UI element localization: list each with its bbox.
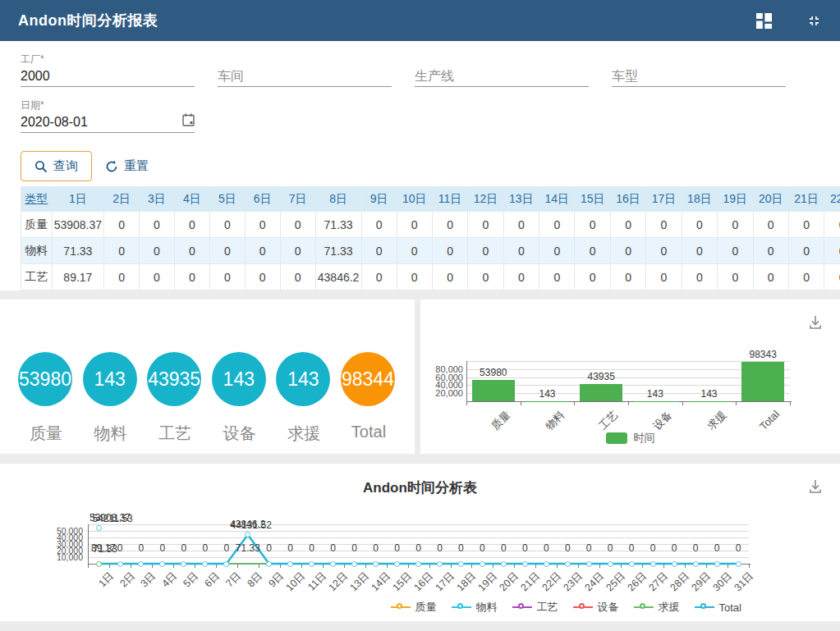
column-header[interactable]: 17日 [646,187,682,212]
legend-item-Total[interactable]: Total [695,600,741,615]
bar-legend-item[interactable]: 时间 [606,431,655,446]
production-line-field[interactable]: 生产线 [415,53,589,87]
bar-value-label: 53980 [480,367,507,378]
vehicle-model-input[interactable]: 车型 [612,66,786,87]
value-cell: 0 [209,238,245,264]
bar-x-axis [466,401,792,402]
line-day-label: 31日 [731,569,756,595]
legend-marker [695,603,714,611]
summary-circle-value: 143 [83,352,137,406]
line-zero-label: 0 [458,542,464,554]
legend-item-质量[interactable]: 质量 [391,600,437,615]
line-x-tick [535,565,536,568]
column-header[interactable]: 1日 [52,187,103,212]
line-marker [650,561,656,567]
column-header[interactable]: 20日 [753,187,788,212]
table-header-row: 类型1日2日3日4日5日6日7日8日9日10日11日12日13日14日15日16… [21,187,840,212]
column-header[interactable]: 13日 [503,187,539,212]
column-header[interactable]: 5日 [209,187,245,212]
summary-circle-label: 求援 [276,423,332,445]
download-icon[interactable] [807,478,824,498]
value-cell: 0 [575,238,610,264]
line-zero-label: 0 [287,542,293,554]
collapse-fullscreen-icon[interactable] [806,13,822,29]
line-x-tick [173,565,174,568]
date-field[interactable]: 日期* 2020-08-01 [21,98,195,133]
line-gridline [88,531,749,532]
column-header[interactable]: 19日 [718,187,753,212]
line-x-tick [323,565,324,568]
legend-item-物料[interactable]: 物料 [452,600,498,615]
line-x-tick [387,565,388,568]
column-header[interactable]: 9日 [361,187,397,212]
factory-field[interactable]: 工厂* 2000 [21,53,195,87]
reset-button[interactable]: 重置 [92,152,162,181]
calendar-icon[interactable] [182,112,195,132]
summary-circle-item: 53980质量 [18,352,74,445]
bar-category-label: Total [757,408,782,432]
vehicle-model-field[interactable]: 车型 [612,53,786,87]
legend-item-求援[interactable]: 求援 [634,600,680,615]
column-header[interactable]: 12日 [468,187,503,212]
column-header[interactable]: 11日 [432,187,467,212]
column-header[interactable]: 类型 [21,187,53,212]
column-header[interactable]: 7日 [280,187,315,212]
value-cell: 0 [280,264,315,290]
column-header[interactable]: 6日 [245,187,280,212]
line-day1-axis-label: 71.33 [93,543,117,555]
daily-report-table-wrap: 类型1日2日3日4日5日6日7日8日9日10日11日12日13日14日15日16… [21,186,840,290]
column-header[interactable]: 15日 [575,187,610,212]
bar [688,401,731,402]
legend-marker [512,603,532,611]
value-cell: 71.33 [52,238,103,264]
legend-item-工艺[interactable]: 工艺 [512,600,558,615]
value-cell: 0 [140,264,175,290]
legend-item-设备[interactable]: 设备 [573,600,619,615]
production-line-input[interactable]: 生产线 [415,66,589,87]
download-icon[interactable] [807,314,824,334]
summary-circle-value: 143 [276,352,330,406]
line-ytick-label: 50,000 [44,527,83,535]
summary-circle-item: 43935工艺 [147,352,203,445]
line-zero-label: 0 [181,542,187,554]
factory-input[interactable]: 2000 [21,66,195,87]
summary-circles: 53980质量143物料43935工艺143设备143求援98344Total [0,299,415,445]
column-header[interactable]: 3日 [140,187,175,212]
line-zero-label: 0 [586,542,592,554]
value-cell: 0 [468,264,503,290]
legend-marker [634,603,654,611]
line-zero-label: 0 [565,542,571,554]
column-header[interactable]: 4日 [174,187,209,212]
value-cell: 0 [788,212,824,238]
line-zero-label: 0 [480,542,485,554]
date-input[interactable]: 2020-08-01 [21,112,195,133]
line-day-label: 9日 [266,569,287,591]
value-cell: 0 [682,264,717,290]
line-marker [223,561,229,567]
query-button[interactable]: 查询 [21,151,92,181]
workshop-input[interactable]: 车间 [218,66,392,87]
value-cell: 0 [503,238,539,264]
value-cell: 0 [824,238,840,264]
column-header[interactable]: 14日 [539,187,575,212]
column-header[interactable]: 16日 [610,187,645,212]
line-x-tick [663,565,664,568]
column-header[interactable]: 22日 [824,187,840,212]
line-marker [266,561,272,567]
column-header[interactable]: 8日 [315,187,361,212]
workshop-field[interactable]: 车间 [218,53,392,87]
column-header[interactable]: 2日 [104,187,140,212]
column-header[interactable]: 18日 [682,187,717,212]
value-cell: 0 [104,212,140,238]
value-cell: 0 [468,212,503,238]
value-cell: 0 [575,212,610,238]
line-zero-label: 0 [202,542,208,554]
column-header[interactable]: 10日 [397,187,432,212]
line-marker [565,561,571,567]
line-day-label: 2日 [117,569,138,591]
line-x-tick [109,565,110,568]
line-zero-label: 0 [501,542,507,554]
column-header[interactable]: 21日 [788,187,824,212]
summary-circle-label: 物料 [83,423,139,445]
dashboard-icon[interactable] [756,13,772,29]
